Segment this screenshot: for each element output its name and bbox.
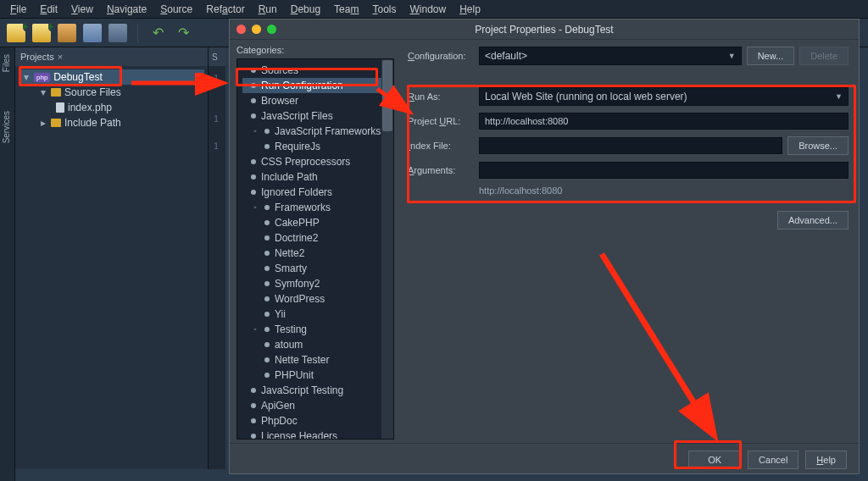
php-badge-icon: php (34, 73, 50, 82)
cat-css-preproc[interactable]: CSS Preprocessors (242, 154, 381, 169)
include-path-node[interactable]: ▸ Include Path (19, 115, 204, 130)
categories-list: Sources Run Configuration Browser JavaSc… (236, 58, 394, 440)
cat-cakephp[interactable]: CakePHP (242, 215, 381, 230)
menu-window[interactable]: Window (404, 2, 451, 17)
projects-tree: ▾ php DebugTest ▾ Source Files index.php… (15, 66, 208, 134)
cat-sources[interactable]: Sources (242, 63, 381, 78)
menu-tools[interactable]: Tools (367, 2, 401, 17)
projects-panel: Projects × ▾ php DebugTest ▾ Source File… (15, 47, 209, 469)
scrollbar-thumb[interactable] (382, 60, 392, 131)
cat-apigen[interactable]: ApiGen (242, 398, 381, 413)
menu-view[interactable]: View (66, 2, 98, 17)
menu-edit[interactable]: Edit (35, 2, 63, 17)
cat-atoum[interactable]: atoum (242, 337, 381, 352)
cat-smarty[interactable]: Smarty (242, 261, 381, 276)
help-button[interactable]: Help (805, 451, 847, 469)
index-php-node[interactable]: index.php (19, 100, 204, 115)
project-root-node[interactable]: ▾ php DebugTest (19, 69, 204, 85)
source-files-label: Source Files (64, 86, 121, 98)
configuration-value: <default> (485, 50, 527, 62)
menu-file[interactable]: File (5, 2, 31, 17)
cat-doctrine2[interactable]: Doctrine2 (242, 230, 381, 246)
advanced-button[interactable]: Advanced... (777, 211, 849, 229)
source-files-node[interactable]: ▾ Source Files (19, 85, 204, 100)
tree-toggle-icon[interactable]: ▾ (39, 86, 47, 98)
redo-icon[interactable]: ↷ (174, 25, 192, 41)
index-php-label: index.php (68, 102, 112, 113)
editor-area: S 111 (209, 47, 225, 469)
cat-js-testing[interactable]: JavaScript Testing (242, 383, 381, 398)
dialog-footer: OK Cancel Help (230, 443, 859, 475)
menu-navigate[interactable]: Navigate (102, 2, 152, 17)
chevron-down-icon: ▼ (728, 52, 736, 60)
menu-refactor[interactable]: Refactor (201, 2, 249, 17)
run-as-select[interactable]: Local Web Site (running on local web ser… (479, 87, 849, 106)
cat-license[interactable]: License Headers (242, 428, 381, 440)
cat-phpdoc[interactable]: PhpDoc (242, 413, 381, 428)
projects-title-text: Projects (20, 52, 54, 62)
project-url-input[interactable] (479, 113, 849, 130)
close-window-icon[interactable] (236, 25, 246, 34)
browse-button[interactable]: Browse... (787, 136, 849, 155)
cat-js-frameworks[interactable]: ◦JavaScript Frameworks (242, 124, 381, 139)
cat-run-configuration[interactable]: Run Configuration (242, 78, 381, 93)
menu-debug[interactable]: Debug (286, 2, 326, 17)
side-strip: Files Services (0, 47, 15, 481)
menu-help[interactable]: Help (454, 2, 486, 17)
arguments-input[interactable] (479, 162, 849, 179)
include-path-label: Include Path (64, 117, 121, 129)
configuration-select[interactable]: <default> ▼ (479, 47, 742, 65)
cat-nette2[interactable]: Nette2 (242, 246, 381, 261)
categories-label: Categories: (236, 45, 398, 55)
editor-tab[interactable]: S (209, 47, 225, 66)
cat-include-path[interactable]: Include Path (242, 169, 381, 185)
categories-panel: Categories: Sources Run Configuration Br… (230, 40, 398, 443)
configuration-label: Configuration: (408, 51, 474, 61)
new-project-icon[interactable] (32, 24, 51, 42)
new-file-icon[interactable] (7, 24, 25, 42)
project-root-label: DebugTest (53, 71, 102, 83)
file-icon (56, 102, 64, 113)
dialog-titlebar[interactable]: Project Properties - DebugTest (230, 19, 859, 40)
open-icon[interactable] (58, 24, 76, 42)
run-as-value: Local Web Site (running on local web ser… (485, 91, 687, 102)
url-echo-text: http://localhost:8080 (408, 185, 849, 196)
folder-icon (51, 119, 61, 127)
cat-frameworks[interactable]: ◦Frameworks (242, 200, 381, 215)
cancel-button[interactable]: Cancel (748, 451, 798, 469)
categories-scrollbar[interactable] (381, 59, 393, 439)
delete-config-button: Delete (799, 47, 849, 65)
menu-source[interactable]: Source (155, 2, 198, 17)
side-tab-files[interactable]: Files (0, 47, 13, 79)
index-file-input[interactable] (479, 137, 782, 154)
save-all-icon[interactable] (108, 24, 127, 42)
new-config-button[interactable]: New... (747, 47, 795, 65)
cat-requirejs[interactable]: RequireJs (242, 139, 381, 154)
projects-panel-title: Projects × (15, 47, 208, 66)
side-tab-services[interactable]: Services (0, 104, 13, 150)
window-controls (230, 25, 276, 34)
save-icon[interactable] (83, 24, 102, 42)
line-gutter: 111 (209, 66, 225, 152)
cat-js-files[interactable]: JavaScript Files (242, 108, 381, 124)
cat-wordpress[interactable]: WordPress (242, 291, 381, 307)
dialog-title: Project Properties - DebugTest (230, 24, 859, 36)
cat-yii[interactable]: Yii (242, 307, 381, 322)
undo-icon[interactable]: ↶ (148, 25, 167, 41)
tree-toggle-icon[interactable]: ▾ (22, 71, 31, 83)
cat-phpunit[interactable]: PHPUnit (242, 368, 381, 383)
cat-testing[interactable]: ◦Testing (242, 322, 381, 337)
cat-symfony2[interactable]: Symfony2 (242, 276, 381, 291)
menu-run[interactable]: Run (253, 2, 282, 17)
maximize-window-icon[interactable] (267, 25, 276, 34)
minimize-window-icon[interactable] (252, 25, 261, 34)
cat-browser[interactable]: Browser (242, 93, 381, 108)
cat-nette-tester[interactable]: Nette Tester (242, 352, 381, 368)
menu-team[interactable]: Team (329, 2, 364, 17)
arguments-label: Arguments: (408, 165, 474, 175)
ok-button[interactable]: OK (688, 451, 741, 469)
projects-close-icon[interactable]: × (58, 52, 63, 62)
tree-toggle-icon[interactable]: ▸ (39, 117, 47, 129)
run-config-form: Configuration: <default> ▼ New... Delete… (398, 40, 859, 443)
cat-ignored-folders[interactable]: Ignored Folders (242, 185, 381, 200)
